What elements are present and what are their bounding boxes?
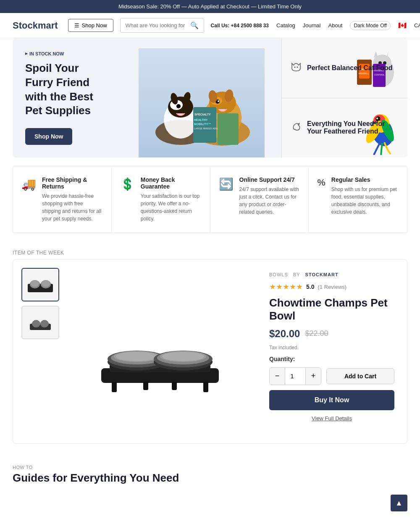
rating-score: 5.0 [306, 283, 314, 290]
svg-point-53 [40, 320, 49, 328]
product-title: Chowtime Champs Pet Bowl [269, 296, 394, 322]
hero-dogs-image: SPECIALTY HEALTHY MOBILITY™ LARGE BREED … [139, 48, 265, 157]
thumbnail-column [13, 259, 63, 443]
svg-point-23 [294, 66, 296, 68]
how-to-title: Guides for Everything You Need [13, 472, 407, 485]
hero-card-bird-text: Everything You Need for Your Feathered F… [307, 120, 399, 135]
country-code: CA [414, 22, 420, 29]
call-number: +84 2500 888 33 [231, 23, 269, 29]
feature-support-desc: 24/7 support available with just a click… [239, 186, 300, 216]
hero-left: IN STOCK NOW Spoil Your Furry Friend wit… [13, 38, 122, 157]
feature-guarantee-title: Money Back Guarantee [141, 176, 202, 190]
bird-icon [290, 121, 302, 135]
hero-section: IN STOCK NOW Spoil Your Furry Friend wit… [13, 38, 407, 157]
price-row: $20.00 $22.00 [269, 328, 394, 340]
hero-card-bird[interactable]: Everything You Need for Your Feathered F… [281, 98, 407, 158]
svg-text:HAIRBALL: HAIRBALL [359, 72, 369, 75]
svg-rect-67 [203, 382, 208, 392]
feature-sales-desc: Shop with us for premium pet food, essen… [331, 186, 399, 216]
dark-mode-label: Dark Mode [354, 23, 378, 29]
svg-text:HEALTHY: HEALTHY [194, 118, 208, 121]
hero-cta-button[interactable]: Shop Now [25, 128, 72, 145]
star-rating: ★★★★★ [269, 282, 303, 291]
svg-rect-69 [172, 382, 177, 390]
quantity-control: − + [269, 367, 321, 385]
dark-mode-off: Off [380, 23, 387, 29]
item-week-section-label: Item of the Week [13, 250, 407, 256]
svg-point-65 [162, 352, 204, 361]
svg-point-43 [376, 118, 378, 119]
svg-point-6 [176, 104, 181, 108]
feature-shipping-title: Free Shipping & Returns [42, 176, 103, 190]
svg-marker-27 [374, 51, 378, 58]
svg-text:LARGE BREED ADULT: LARGE BREED ADULT [194, 127, 221, 130]
svg-point-48 [31, 280, 39, 287]
feature-support-title: Online Support 24/7 [239, 176, 300, 183]
search-input[interactable] [126, 22, 187, 29]
guarantee-icon: 💲 [120, 177, 135, 191]
main-product-image [63, 259, 257, 443]
svg-rect-66 [112, 382, 117, 392]
hero-product-image: SPECIALTY HEALTHY MOBILITY™ LARGE BREED … [139, 48, 265, 157]
svg-rect-68 [143, 382, 148, 390]
in-stock-badge: IN STOCK NOW [25, 51, 109, 56]
hero-right: Perfect Balanced Cat Food CAT HAIRBALL [281, 38, 407, 157]
hero-card-cat-text: Perfect Balanced Cat Food [307, 64, 393, 72]
product-brand-link[interactable]: Stockmart [305, 272, 339, 277]
svg-point-24 [297, 66, 298, 68]
shop-now-button[interactable]: ☰ Shop Now [68, 19, 113, 32]
buy-now-button[interactable]: Buy It Now [269, 390, 394, 410]
svg-point-60 [116, 352, 158, 361]
features-row: 🚚 Free Shipping & Returns We provide has… [13, 166, 407, 233]
header-right: Call Us: +84 2500 888 33 Catalog Journal… [211, 21, 420, 30]
thumbnail-2[interactable] [21, 306, 59, 339]
shipping-icon: 🚚 [21, 177, 36, 191]
feature-guarantee: 💲 Money Back Guarantee Your satisfaction… [112, 166, 210, 233]
hamburger-icon: ☰ [74, 22, 79, 29]
dark-mode-toggle[interactable]: Dark Mode Off [350, 21, 390, 30]
feature-support: 🔄 Online Support 24/7 24/7 support avail… [210, 166, 309, 233]
search-icon[interactable]: 🔍 [190, 21, 199, 29]
nav-journal[interactable]: Journal [303, 22, 321, 29]
bowl-main-svg [89, 305, 231, 398]
thumbnail-1[interactable] [21, 268, 59, 301]
svg-point-38 [298, 124, 299, 125]
add-to-cart-button[interactable]: Add to Cart [326, 368, 394, 384]
hero-center-image: SPECIALTY HEALTHY MOBILITY™ LARGE BREED … [122, 38, 281, 157]
feature-sales: % Regular Sales Shop with us for premium… [309, 166, 407, 233]
svg-text:SPECIALTY: SPECIALTY [194, 113, 211, 116]
feature-shipping: 🚚 Free Shipping & Returns We provide has… [13, 166, 112, 233]
quantity-increase-button[interactable]: + [306, 368, 321, 385]
svg-point-14 [218, 100, 219, 102]
shop-now-label: Shop Now [82, 22, 107, 29]
nav-about[interactable]: About [328, 22, 342, 29]
item-week-label-container: Item of the Week [13, 250, 407, 256]
feature-sales-title: Regular Sales [331, 176, 399, 183]
view-details-link[interactable]: View Full Details [269, 415, 394, 422]
how-to-section: HOW TO Guides for Everything You Need [13, 461, 407, 485]
svg-point-50 [42, 280, 50, 287]
stars-row: ★★★★★ 5.0 (1 Reviews) [269, 282, 394, 291]
cat-icon [290, 61, 302, 75]
country-flag[interactable]: 🇨🇦 [398, 21, 407, 29]
svg-rect-22 [218, 113, 239, 145]
sales-icon: % [317, 177, 326, 188]
feature-guarantee-desc: Your satisfaction is our top priority. W… [141, 192, 202, 223]
price-original: $22.00 [305, 329, 328, 338]
hero-card-cat[interactable]: Perfect Balanced Cat Food CAT HAIRBALL [281, 38, 407, 98]
quantity-row: − + Add to Cart [269, 367, 394, 385]
price-current: $20.00 [269, 328, 300, 340]
thumbnail-2-image [26, 311, 55, 334]
banner-text: Midseason Sale: 20% Off — Auto Applied a… [118, 3, 302, 10]
feature-shipping-desc: We provide hassle-free shopping with fre… [42, 192, 103, 223]
nav-catalog[interactable]: Catalog [276, 22, 295, 29]
support-icon: 🔄 [219, 177, 234, 191]
logo[interactable]: Stockmart [13, 20, 58, 31]
search-bar: 🔍 [120, 18, 204, 33]
reviews-count: (1 Reviews) [318, 284, 346, 290]
how-to-label: HOW TO [13, 465, 407, 470]
svg-point-52 [32, 320, 40, 328]
item-of-week-section: BOWLS by Stockmart ★★★★★ 5.0 (1 Reviews)… [13, 259, 407, 444]
quantity-decrease-button[interactable]: − [270, 368, 285, 385]
quantity-input[interactable] [285, 368, 306, 385]
